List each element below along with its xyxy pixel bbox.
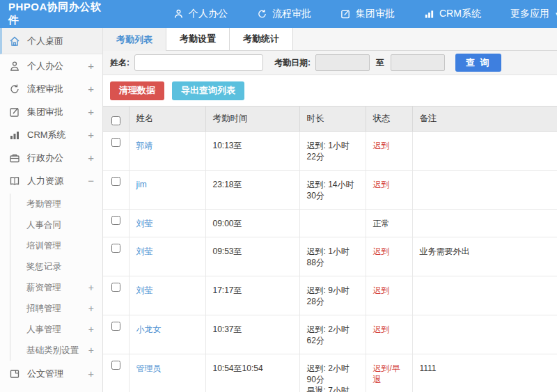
tab-attendance-settings[interactable]: 考勤设置 (166, 28, 230, 50)
note-cell (412, 315, 557, 354)
expand-plus-icon[interactable]: + (88, 152, 94, 164)
date-to-input[interactable] (391, 54, 445, 71)
note-cell (412, 171, 557, 210)
attendance-time: 10:37至 (205, 315, 299, 354)
note-cell (412, 132, 557, 171)
sidebar-item-label: 个人桌面 (27, 35, 63, 47)
sidebar-item-personal-desktop[interactable]: 个人桌面 (0, 28, 102, 54)
table-row: 小龙女 10:37至 迟到: 2小时62分 迟到 (103, 315, 557, 354)
nav-personal-office[interactable]: 个人办公 (173, 8, 228, 20)
collapse-minus-icon[interactable]: − (88, 175, 94, 187)
sidebar: 个人桌面 个人办公 + 流程审批 + 集团审批 + (0, 28, 103, 392)
note-cell (412, 210, 557, 237)
expand-plus-icon[interactable]: + (88, 282, 94, 293)
table-row: 刘莹 09:00至 正常 (103, 210, 557, 237)
employee-name-link[interactable]: 管理员 (136, 363, 162, 373)
col-header-status: 状态 (366, 107, 412, 132)
person-icon (173, 8, 184, 19)
name-label: 姓名: (110, 57, 130, 69)
expand-plus-icon[interactable]: + (88, 324, 94, 335)
status-badge: 迟到 (373, 246, 390, 256)
sidebar-item-training-mgmt[interactable]: 培训管理 (10, 235, 102, 256)
employee-name-link[interactable]: 刘莹 (136, 219, 153, 228)
col-header-note: 备注 (412, 107, 557, 132)
search-button[interactable]: 查 询 (455, 54, 501, 72)
expand-plus-icon[interactable]: + (88, 368, 94, 379)
sidebar-item-attendance-mgmt[interactable]: 考勤管理 (10, 194, 102, 214)
employee-name-link[interactable]: 小龙女 (136, 324, 162, 334)
attendance-time: 09:00至 (205, 210, 299, 237)
expand-plus-icon[interactable]: + (88, 106, 94, 118)
row-checkbox[interactable] (111, 138, 120, 147)
employee-name-link[interactable]: 刘莹 (136, 246, 153, 256)
table-actions: 清理数据 导出查询列表 (103, 75, 557, 106)
expand-plus-icon[interactable]: + (88, 129, 94, 141)
employee-name-link[interactable]: 郭靖 (136, 141, 153, 150)
sidebar-item-group-approval[interactable]: 集团审批 + (0, 100, 102, 123)
nav-label: CRM系统 (439, 8, 481, 20)
nav-workflow-approval[interactable]: 流程审批 (257, 8, 311, 20)
sidebar-item-hr[interactable]: 人力资源 − (0, 169, 102, 192)
nav-more-apps[interactable]: 更多应用 ▾ (510, 8, 557, 20)
process-icon (257, 8, 267, 19)
process-icon (9, 84, 21, 95)
date-label: 考勤日期: (274, 57, 311, 69)
main-content: 考勤列表 考勤设置 考勤统计 姓名: 考勤日期: 至 查 询 清理数据 导出查询… (103, 28, 557, 392)
expand-plus-icon[interactable]: + (88, 303, 94, 314)
sidebar-item-doc-mgmt[interactable]: 公文管理 + (0, 362, 102, 385)
row-checkbox[interactable] (111, 244, 120, 253)
sidebar-item-base-category[interactable]: 基础类别设置 + (10, 340, 102, 361)
sidebar-item-reward-punish[interactable]: 奖惩记录 (10, 256, 102, 277)
sidebar-subitem-label: 人事管理 (26, 324, 61, 336)
attendance-time: 10:54至10:54 (205, 354, 299, 392)
status-badge: 正常 (373, 219, 390, 228)
expand-plus-icon[interactable]: + (88, 60, 94, 72)
select-all-checkbox[interactable] (111, 116, 120, 125)
sidebar-item-recruit-mgmt[interactable]: 招聘管理 + (10, 298, 102, 319)
row-checkbox[interactable] (111, 322, 120, 331)
sidebar-item-hr-contract[interactable]: 人事合同 (10, 214, 102, 235)
sidebar-item-workflow-approval[interactable]: 流程审批 + (0, 77, 102, 100)
tab-attendance-stats[interactable]: 考勤统计 (230, 28, 293, 50)
sidebar-subitem-label: 招聘管理 (26, 303, 61, 315)
employee-name-link[interactable]: 刘莹 (136, 285, 153, 295)
row-checkbox[interactable] (111, 177, 120, 186)
col-header-name: 姓名 (129, 107, 205, 132)
duration-cell: 迟到: 2小时62分 (299, 315, 366, 354)
table-row: 管理员 10:54至10:54 迟到: 2小时90分早退: 7小时10分 迟到/… (103, 354, 557, 392)
sidebar-item-label: 人力资源 (27, 175, 63, 187)
duration-cell: 迟到: 9小时28分 (299, 276, 366, 315)
nav-label: 集团审批 (356, 8, 395, 20)
row-checkbox[interactable] (111, 283, 120, 292)
row-checkbox[interactable] (111, 361, 120, 370)
tab-attendance-list[interactable]: 考勤列表 (103, 28, 166, 51)
sidebar-item-personal-office[interactable]: 个人办公 + (0, 54, 102, 77)
date-from-input[interactable] (315, 54, 370, 71)
book-icon (9, 175, 21, 187)
name-input[interactable] (134, 54, 263, 71)
row-checkbox[interactable] (111, 216, 120, 225)
export-list-button[interactable]: 导出查询列表 (172, 81, 244, 100)
sidebar-item-personnel-mgmt[interactable]: 人事管理 + (10, 319, 102, 340)
expand-plus-icon[interactable]: + (88, 345, 94, 356)
duration-cell: 迟到: 1小时22分 (299, 132, 366, 171)
topbar: PHPOA协同办公软件 个人办公 流程审批 集团审批 CRM系统 (0, 0, 557, 28)
table-row: 刘莹 17:17至 迟到: 9小时28分 迟到 (103, 276, 557, 315)
sidebar-item-label: 流程审批 (27, 83, 63, 95)
nav-crm[interactable]: CRM系统 (424, 8, 481, 20)
duration-cell: 迟到: 14小时30分 (299, 171, 366, 210)
clean-data-button[interactable]: 清理数据 (110, 81, 164, 100)
employee-name-link[interactable]: jim (136, 180, 147, 189)
sidebar-item-vehicle-mgmt[interactable]: 用车管理 + (0, 385, 102, 392)
nav-group-approval[interactable]: 集团审批 (340, 8, 395, 20)
sidebar-item-salary-mgmt[interactable]: 薪资管理 + (10, 277, 102, 298)
sidebar-subitem-label: 基础类别设置 (26, 345, 79, 356)
chart-icon (424, 8, 434, 19)
expand-plus-icon[interactable]: + (88, 83, 94, 95)
sidebar-item-crm[interactable]: CRM系统 + (0, 123, 102, 146)
sidebar-item-label: 行政办公 (27, 152, 63, 164)
sidebar-item-admin-office[interactable]: 行政办公 + (0, 146, 102, 169)
date-to-separator: 至 (376, 57, 384, 69)
note-cell: 1111 (412, 354, 557, 392)
status-badge: 迟到 (373, 180, 390, 189)
